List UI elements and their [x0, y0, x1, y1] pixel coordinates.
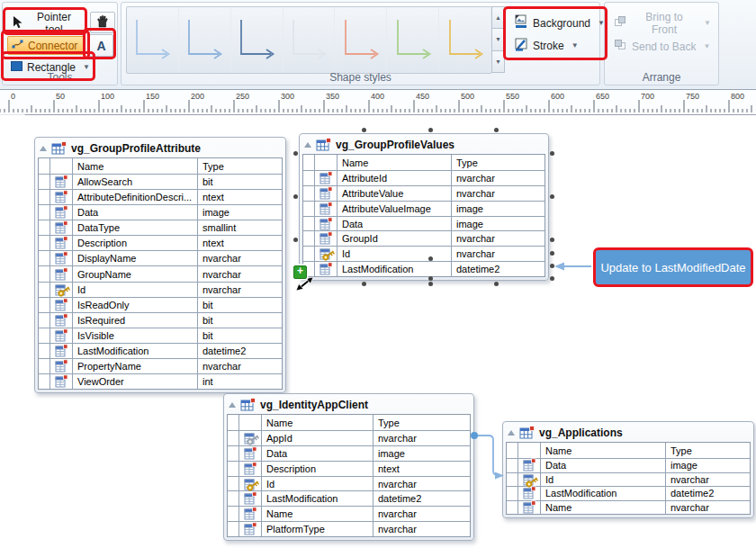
row-selector-cell[interactable]: [39, 205, 50, 220]
row-selector-cell[interactable]: [39, 359, 50, 373]
gallery-scroll-down-button[interactable]: ▼: [491, 28, 505, 50]
selection-handle[interactable]: [550, 238, 554, 242]
selection-handle[interactable]: [550, 276, 554, 281]
gallery-scroll-up-button[interactable]: ▲: [491, 6, 505, 29]
row-selector-cell[interactable]: [507, 473, 518, 487]
row-selector-cell[interactable]: [39, 190, 50, 204]
table-row[interactable]: Name nvarchar: [507, 501, 750, 515]
table-row[interactable]: IsRequired bit: [39, 313, 282, 328]
rectangle-dropdown-icon[interactable]: ▼: [83, 63, 90, 71]
db-table-vg_IdentityAppClient[interactable]: vg_IdentityAppClient Name Type: [223, 393, 474, 541]
selection-handle[interactable]: [293, 238, 298, 242]
stroke-button[interactable]: Stroke ▼: [510, 36, 577, 55]
row-selector-cell[interactable]: [228, 477, 239, 491]
row-selector-cell[interactable]: [39, 251, 50, 265]
collapse-icon[interactable]: [304, 142, 311, 148]
table-row[interactable]: Id nvarchar: [228, 477, 470, 492]
table-title-bar[interactable]: vg_GroupProfileAttribute: [35, 138, 285, 157]
row-selector-cell[interactable]: [39, 328, 50, 343]
pan-tool-button[interactable]: [90, 12, 115, 33]
selection-handle[interactable]: [362, 128, 366, 132]
row-selector-cell[interactable]: [303, 231, 315, 246]
selection-handle[interactable]: [494, 282, 499, 286]
row-selector-cell[interactable]: [303, 247, 315, 261]
table-row[interactable]: ViewOrder int: [39, 374, 282, 389]
row-selector-cell[interactable]: [39, 344, 50, 358]
row-selector-cell[interactable]: [507, 501, 518, 515]
table-row[interactable]: LastModification datetime2: [39, 344, 282, 359]
connector-tool-button[interactable]: Connector: [7, 36, 86, 55]
table-row[interactable]: LastModification datetime2: [228, 491, 470, 507]
table-row[interactable]: AttributeValueImage image: [303, 202, 544, 217]
selection-handle[interactable]: [362, 282, 366, 286]
selection-handle[interactable]: [550, 251, 554, 256]
shape-style-item[interactable]: [387, 7, 439, 71]
db-table-vg_Applications[interactable]: vg_Applications Name Type Data image: [502, 421, 754, 518]
row-selector-cell[interactable]: [228, 522, 239, 536]
row-selector-cell[interactable]: [39, 236, 50, 250]
table-row[interactable]: AppId nvarchar: [228, 431, 470, 446]
row-selector-cell[interactable]: [228, 446, 239, 461]
table-row[interactable]: LastModification datetime2: [507, 487, 750, 501]
row-selector-cell[interactable]: [39, 298, 50, 312]
row-selector-cell[interactable]: [303, 186, 315, 201]
collapse-icon[interactable]: [508, 430, 515, 436]
selection-handle[interactable]: [550, 194, 554, 199]
row-selector-cell[interactable]: [39, 283, 50, 297]
selection-handle[interactable]: [428, 276, 433, 281]
shape-style-item[interactable]: [231, 7, 284, 71]
db-table-vg_GroupProfileValues[interactable]: vg_GroupProfileValues Name Type Attribut…: [299, 133, 549, 281]
table-row[interactable]: Id nvarchar: [39, 283, 282, 298]
row-selector-cell[interactable]: [303, 217, 315, 231]
table-row[interactable]: Name nvarchar: [228, 507, 470, 522]
row-selector-cell[interactable]: [39, 313, 50, 328]
row-selector-cell[interactable]: [39, 175, 50, 189]
row-selector-cell[interactable]: [507, 459, 518, 472]
table-row[interactable]: Data image: [228, 446, 470, 462]
table-title-bar[interactable]: vg_Applications: [503, 422, 753, 442]
row-selector-cell[interactable]: [303, 171, 315, 185]
table-title-bar[interactable]: vg_GroupProfileValues: [300, 134, 548, 154]
selection-handle[interactable]: [428, 128, 433, 132]
gallery-more-button[interactable]: ▼: [491, 50, 505, 73]
table-row[interactable]: IsVisible bit: [39, 328, 282, 344]
row-selector-cell[interactable]: [228, 431, 239, 445]
pointer-tool-button[interactable]: Pointer tool: [8, 13, 84, 32]
row-selector-cell[interactable]: [228, 462, 239, 476]
shape-style-item[interactable]: [179, 7, 231, 71]
table-row[interactable]: PropertyName nvarchar: [39, 359, 282, 374]
table-row[interactable]: AttributeDefinitionDescri... ntext: [39, 190, 282, 205]
annotation-callout[interactable]: Update to LastModifiedDate: [593, 247, 753, 287]
row-selector-cell[interactable]: [228, 491, 239, 506]
row-selector-cell[interactable]: [228, 507, 239, 521]
table-row[interactable]: AllowSearch bit: [39, 175, 282, 190]
shape-style-item[interactable]: [335, 7, 387, 71]
db-table-vg_GroupProfileAttribute[interactable]: vg_GroupProfileAttribute Name Type Allow…: [34, 137, 286, 393]
send-to-back-button[interactable]: Send to Back ▼: [610, 37, 715, 56]
table-row[interactable]: Id nvarchar: [303, 247, 544, 262]
table-row[interactable]: AttributeValue nvarchar: [303, 186, 544, 202]
row-selector-cell[interactable]: [39, 220, 50, 235]
stroke-dropdown-icon[interactable]: ▼: [572, 41, 579, 49]
table-row[interactable]: DataType smallint: [39, 220, 282, 236]
selection-handle[interactable]: [293, 151, 298, 156]
table-row[interactable]: Description ntext: [228, 462, 470, 477]
shape-style-item[interactable]: [127, 7, 179, 71]
selection-handle[interactable]: [550, 264, 554, 268]
table-row[interactable]: GroupName nvarchar: [39, 266, 282, 282]
table-row[interactable]: Data image: [507, 459, 750, 473]
table-title-bar[interactable]: vg_IdentityAppClient: [224, 394, 473, 414]
collapse-icon[interactable]: [229, 402, 236, 408]
selection-handle[interactable]: [428, 256, 433, 261]
row-selector-cell[interactable]: [39, 374, 50, 389]
table-row[interactable]: GroupId nvarchar: [303, 231, 544, 247]
row-selector-cell[interactable]: [507, 487, 518, 500]
table-row[interactable]: LastModification datetime2: [303, 262, 544, 276]
bring-to-front-button[interactable]: Bring to Front ▼: [610, 13, 715, 32]
selection-handle[interactable]: [428, 282, 433, 286]
row-selector-cell[interactable]: [303, 202, 315, 216]
background-button[interactable]: Background ▼: [510, 13, 597, 32]
table-row[interactable]: Id nvarchar: [507, 473, 750, 488]
shape-style-item[interactable]: [284, 7, 336, 71]
table-row[interactable]: DisplayName nvarchar: [39, 251, 282, 266]
